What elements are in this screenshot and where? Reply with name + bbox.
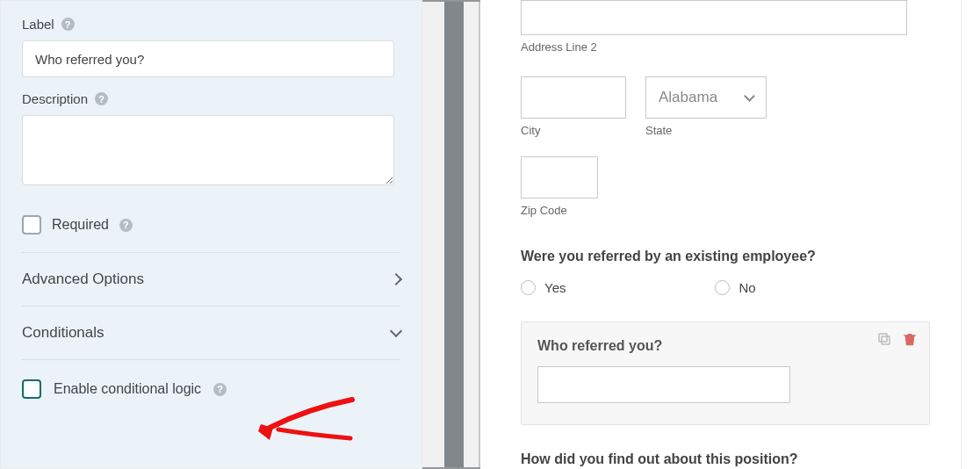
chevron-down-icon [744, 90, 755, 102]
help-icon[interactable]: ? [213, 383, 227, 396]
enable-conditional-label: Enable conditional logic [54, 381, 201, 397]
duplicate-icon[interactable] [876, 331, 892, 347]
advanced-options-accordion[interactable]: Advanced Options [22, 253, 400, 307]
chevron-down-icon [390, 325, 402, 337]
state-label: State [645, 124, 767, 137]
who-referred-input[interactable] [537, 366, 790, 403]
zip-label: Zip Code [521, 204, 962, 217]
zip-input[interactable] [521, 156, 598, 198]
address-line-2-label: Address Line 2 [521, 40, 962, 54]
radio-option-no[interactable]: No [715, 280, 755, 295]
help-icon[interactable]: ? [95, 92, 108, 105]
radio-icon [715, 280, 730, 295]
chevron-right-icon [390, 273, 402, 285]
help-icon[interactable]: ? [61, 18, 75, 31]
conditionals-title: Conditionals [22, 324, 104, 342]
description-input[interactable] [22, 115, 394, 185]
scrollbar[interactable] [961, 0, 976, 469]
label-title: Label [22, 17, 54, 32]
radio-label-no: No [739, 280, 755, 295]
state-select[interactable]: Alabama [645, 76, 767, 119]
description-group: Description ? [22, 91, 400, 189]
field-options-panel: Label ? Description ? Required ? Advance… [0, 0, 422, 469]
radio-label-yes: Yes [544, 280, 566, 295]
label-group: Label ? [22, 17, 400, 77]
description-title: Description [22, 91, 88, 106]
required-row: Required ? [22, 203, 400, 247]
form-preview-panel: Address Line 2 City Alabama State Zip Co… [480, 0, 980, 469]
label-input[interactable] [22, 40, 394, 77]
referred-question: Were you referred by an existing employe… [521, 249, 962, 264]
required-checkbox[interactable] [22, 215, 41, 234]
enable-conditional-row: Enable conditional logic ? [22, 360, 400, 399]
address-line-2-input[interactable] [521, 0, 907, 35]
svg-rect-1 [879, 334, 887, 342]
help-icon[interactable]: ? [119, 219, 133, 232]
advanced-options-title: Advanced Options [22, 271, 144, 288]
trash-icon[interactable] [903, 331, 917, 347]
selected-field[interactable]: Who referred you? [521, 321, 930, 425]
enable-conditional-checkbox[interactable] [22, 379, 41, 399]
panel-divider [422, 0, 480, 469]
radio-option-yes[interactable]: Yes [521, 280, 566, 295]
city-label: City [521, 124, 626, 137]
conditionals-accordion[interactable]: Conditionals [22, 307, 400, 360]
required-label: Required [52, 217, 109, 233]
radio-icon [521, 280, 536, 295]
selected-field-title: Who referred you? [537, 338, 913, 354]
city-input[interactable] [521, 76, 626, 119]
state-value: Alabama [659, 89, 717, 106]
svg-rect-0 [882, 336, 890, 344]
howfind-question: How did you find out about this position… [521, 451, 962, 467]
annotation-arrow-icon [256, 393, 361, 459]
